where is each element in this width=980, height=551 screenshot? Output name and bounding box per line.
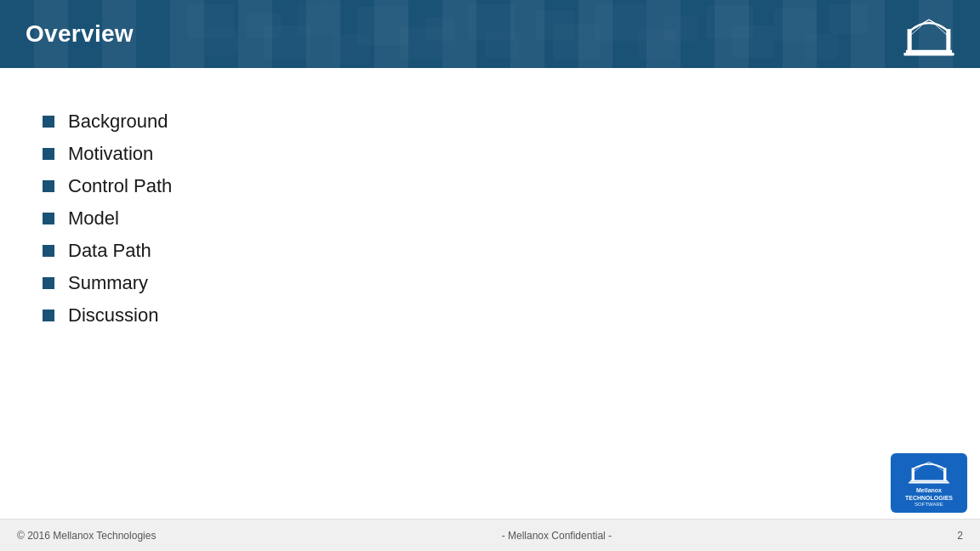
- svg-line-11: [913, 462, 929, 469]
- bullet-label: Control Path: [68, 175, 172, 197]
- bullet-label: Discussion: [68, 304, 158, 327]
- svg-line-2: [909, 20, 929, 31]
- bullet-icon: [43, 213, 54, 224]
- svg-rect-15: [910, 480, 948, 482]
- bullet-label: Data Path: [68, 240, 151, 262]
- bullet-item: Control Path: [43, 175, 980, 197]
- overview-list: BackgroundMotivationControl PathModelDat…: [43, 111, 980, 327]
- bullet-icon: [43, 148, 54, 160]
- svg-rect-0: [908, 29, 912, 50]
- bullet-item: Background: [43, 111, 980, 133]
- svg-line-3: [929, 20, 949, 31]
- bullet-icon: [43, 310, 54, 321]
- header: Overview Mellanox: [0, 0, 980, 68]
- bullet-item: Discussion: [43, 304, 980, 327]
- footer: © 2016 Mellanox Technologies - Mellanox …: [0, 519, 980, 551]
- bullet-item: Model: [43, 207, 980, 230]
- bullet-icon: [43, 180, 54, 192]
- svg-line-12: [929, 462, 945, 469]
- page-title: Overview: [26, 20, 134, 48]
- bullet-icon: [43, 245, 54, 257]
- svg-rect-10: [943, 468, 946, 480]
- bullet-label: Summary: [68, 272, 148, 294]
- footer-copyright: © 2016 Mellanox Technologies: [17, 530, 156, 542]
- bullet-label: Background: [68, 111, 168, 133]
- bullet-icon: [43, 116, 54, 128]
- svg-rect-16: [909, 482, 949, 484]
- bullet-label: Motivation: [68, 143, 153, 165]
- footer-confidential: - Mellanox Confidential -: [502, 530, 612, 542]
- header-decoration: [0, 0, 980, 68]
- bullet-icon: [43, 277, 54, 289]
- svg-text:Mellanox: Mellanox: [918, 51, 940, 56]
- footer-page-number: 2: [957, 530, 963, 542]
- bullet-item: Data Path: [43, 240, 980, 262]
- bullet-label: Model: [68, 207, 119, 230]
- bottom-logo: Mellanox TECHNOLOGIES SOFTWARE: [891, 453, 967, 513]
- svg-rect-1: [946, 29, 950, 50]
- svg-rect-9: [912, 468, 914, 480]
- bullet-item: Motivation: [43, 143, 980, 165]
- header-logo: Mellanox: [891, 7, 967, 62]
- main-content: BackgroundMotivationControl PathModelDat…: [0, 68, 980, 327]
- bullet-item: Summary: [43, 272, 980, 294]
